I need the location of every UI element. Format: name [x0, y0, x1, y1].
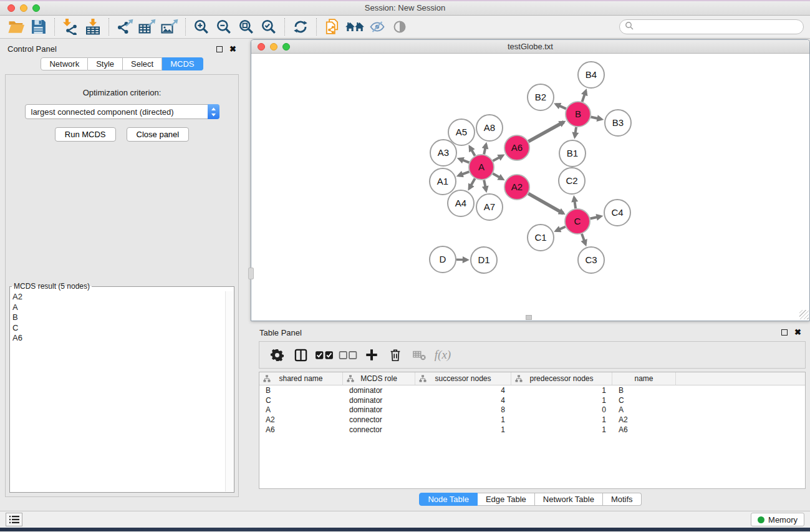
import-network-icon[interactable] — [59, 17, 82, 37]
graph-node-D1[interactable]: D1 — [471, 247, 497, 273]
edge-B-B3[interactable] — [591, 117, 602, 120]
zoom-out-icon[interactable] — [213, 17, 235, 37]
network-close-button[interactable] — [258, 43, 265, 51]
tab-select[interactable]: Select — [123, 57, 162, 70]
graph-node-C4[interactable]: C4 — [604, 200, 630, 226]
graph-node-A2[interactable]: A2 — [504, 175, 529, 200]
table-tab-motifs[interactable]: Motifs — [603, 493, 642, 506]
criterion-dropdown[interactable]: largest connected component (directed) — [25, 104, 219, 119]
copy-network-icon[interactable] — [321, 17, 344, 37]
graph-node-C1[interactable]: C1 — [528, 225, 554, 251]
delete-column-icon[interactable] — [383, 348, 407, 362]
edge-B-B2[interactable] — [556, 104, 566, 109]
graph-node-A7[interactable]: A7 — [476, 194, 503, 220]
table-tab-node-table[interactable]: Node Table — [419, 493, 478, 506]
tab-mcds[interactable]: MCDS — [162, 57, 203, 70]
search-box[interactable] — [619, 19, 804, 34]
edge-A-A4[interactable] — [469, 178, 475, 188]
edge-C-C4[interactable] — [591, 216, 601, 219]
edge-A-A6[interactable] — [493, 155, 503, 161]
resize-grip-icon[interactable] — [799, 310, 809, 319]
edge-A-A3[interactable] — [459, 159, 469, 163]
add-column-icon[interactable] — [360, 348, 383, 362]
table-tab-network-table[interactable]: Network Table — [535, 493, 603, 506]
graph-node-B[interactable]: B — [566, 102, 591, 127]
close-window-button[interactable] — [7, 4, 15, 12]
close-panel-button[interactable]: Close panel — [127, 127, 190, 142]
edge-B-B4[interactable] — [582, 91, 586, 102]
deselect-all-icon[interactable] — [336, 350, 360, 360]
table-row[interactable]: Adominator80A — [259, 405, 805, 415]
table-row[interactable]: A2connector11A2 — [259, 415, 805, 425]
graph-node-B2[interactable]: B2 — [528, 84, 554, 110]
column-header-predecessor-nodes[interactable]: predecessor nodes — [511, 372, 612, 385]
table-row[interactable]: Cdominator41C — [259, 395, 805, 405]
save-session-icon[interactable] — [27, 17, 50, 37]
panel-list-button[interactable] — [6, 513, 22, 526]
edge-C-C2[interactable] — [574, 198, 576, 209]
edge-A2-C[interactable] — [528, 193, 563, 213]
maximize-window-button[interactable] — [32, 4, 40, 12]
split-columns-icon[interactable] — [289, 348, 312, 362]
export-network-icon[interactable] — [113, 17, 136, 37]
edge-A-A5[interactable] — [470, 147, 475, 155]
edge-C-C1[interactable] — [556, 227, 566, 231]
select-all-icon[interactable] — [312, 350, 336, 360]
memory-button[interactable]: Memory — [751, 513, 804, 526]
mcds-result-item[interactable]: A — [12, 302, 224, 313]
mcds-result-item[interactable]: C — [12, 323, 224, 334]
mcds-result-item[interactable]: B — [12, 312, 224, 323]
zoom-fit-icon[interactable] — [235, 17, 258, 37]
network-maximize-button[interactable] — [282, 43, 290, 51]
gear-icon[interactable] — [265, 348, 289, 362]
home-icon[interactable] — [344, 17, 366, 37]
edge-A-A2[interactable] — [493, 173, 503, 179]
export-table-icon[interactable] — [136, 17, 158, 37]
table-tab-edge-table[interactable]: Edge Table — [478, 493, 535, 506]
edge-A-A7[interactable] — [484, 180, 486, 191]
graph-node-D[interactable]: D — [430, 246, 456, 273]
search-input[interactable] — [637, 22, 798, 31]
network-canvas[interactable]: B4B2BB3A8A5A6A3B1AC2A1A2A4A7C4CC1C3DD1 — [251, 54, 809, 320]
graph-node-A[interactable]: A — [469, 155, 494, 180]
hide-details-icon[interactable] — [366, 17, 388, 37]
network-minimize-button[interactable] — [270, 43, 277, 51]
graph-node-C3[interactable]: C3 — [578, 247, 604, 273]
edge-A-A8[interactable] — [484, 144, 486, 154]
close-panel-icon[interactable]: ✖ — [229, 46, 236, 52]
graph-node-B4[interactable]: B4 — [578, 62, 604, 88]
mcds-result-item[interactable]: A2 — [12, 292, 224, 302]
graph-node-A6[interactable]: A6 — [504, 135, 529, 160]
column-header-mcds-role[interactable]: MCDS role — [343, 372, 415, 385]
canvas-bottom-handle[interactable] — [526, 315, 532, 320]
mcds-result-item[interactable]: A6 — [12, 333, 224, 344]
edge-B-B1[interactable] — [575, 127, 576, 137]
table-row[interactable]: A6connector11A6 — [259, 425, 805, 435]
splitter-handle[interactable] — [248, 268, 254, 279]
edge-C-C3[interactable] — [582, 234, 586, 244]
run-mcds-button[interactable]: Run MCDS — [55, 127, 116, 142]
minimize-window-button[interactable] — [20, 4, 27, 12]
table-row[interactable]: Bdominator41B — [259, 385, 805, 395]
tab-style[interactable]: Style — [88, 57, 123, 70]
graph-node-A3[interactable]: A3 — [430, 140, 456, 166]
float-panel-icon[interactable] — [216, 46, 223, 52]
column-header-successor-nodes[interactable]: successor nodes — [415, 372, 511, 385]
zoom-in-icon[interactable] — [190, 17, 213, 37]
edge-A6-B[interactable] — [528, 122, 564, 142]
graph-node-B1[interactable]: B1 — [559, 140, 586, 167]
graph-node-A5[interactable]: A5 — [448, 119, 475, 145]
edge-A-A1[interactable] — [458, 172, 469, 175]
graph-node-B3[interactable]: B3 — [605, 110, 631, 136]
close-table-panel-icon[interactable]: ✖ — [794, 329, 801, 336]
graph-node-C2[interactable]: C2 — [559, 168, 585, 194]
column-header-name[interactable]: name — [612, 372, 676, 385]
graph-node-A8[interactable]: A8 — [476, 115, 503, 141]
graph-node-C[interactable]: C — [565, 209, 590, 234]
open-session-icon[interactable] — [5, 17, 27, 37]
refresh-layout-icon[interactable] — [289, 17, 312, 37]
import-table-icon[interactable] — [82, 17, 104, 37]
float-table-panel-icon[interactable] — [781, 329, 788, 336]
graph-node-A1[interactable]: A1 — [430, 168, 456, 195]
graph-node-A4[interactable]: A4 — [448, 190, 474, 216]
